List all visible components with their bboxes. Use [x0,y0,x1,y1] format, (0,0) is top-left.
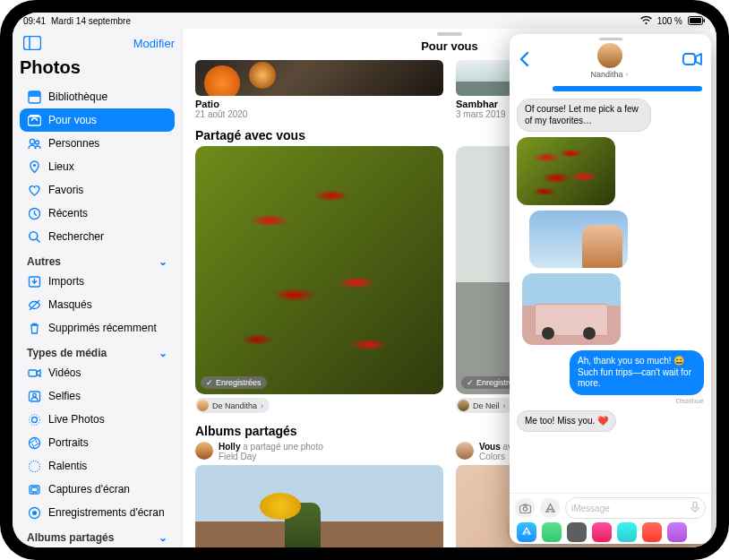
sidebar-toggle-button[interactable] [20,32,45,54]
sidebar-group-media-types[interactable]: Types de média ⌄ [20,343,175,361]
contact-header[interactable]: Nanditha › [590,43,628,79]
album-sharer: Holly [219,442,240,452]
video-icon [27,366,41,380]
message-input[interactable]: iMessage [565,497,706,519]
sidebar-item-for-you[interactable]: Pour vous [20,108,175,132]
sidebar-item-screenshots[interactable]: Captures d'écran [20,478,175,501]
sidebar-item-selfies[interactable]: Selfies [20,384,175,408]
sidebar-item-slomo[interactable]: Ralentis [20,454,175,478]
received-photo[interactable] [522,273,621,345]
sidebar-item-label: Supprimés récemment [48,322,157,334]
grab-indicator[interactable] [437,32,462,36]
message-thread[interactable]: Of course! Let me pick a few of my favor… [510,82,711,493]
svg-rect-2 [704,19,706,22]
sidebar-item-portraits[interactable]: Portraits [20,431,175,454]
live-photos-icon [27,412,41,426]
memory-thumbnail [195,60,443,96]
sidebar-group-others[interactable]: Autres ⌄ [20,252,175,270]
app-chip[interactable] [592,522,612,542]
svg-rect-3 [24,37,41,50]
search-icon [27,229,41,244]
sidebar-item-library[interactable]: Bibliothèque [20,85,175,108]
app-store-button[interactable] [540,498,560,518]
svg-point-13 [29,231,37,239]
shared-from-label: De Neil [473,401,500,410]
grab-indicator[interactable] [599,38,622,40]
svg-rect-31 [523,504,527,505]
camera-button[interactable] [515,498,535,518]
memory-title: Patio [195,99,443,109]
chevron-right-icon: › [261,401,263,410]
edit-button[interactable]: Modifier [133,37,175,50]
imessage-apps-row[interactable] [515,522,706,542]
aperture-icon [27,435,41,450]
shared-thumbnail: ✓ Enregistrées [195,146,443,394]
svg-line-14 [37,239,40,243]
sidebar-item-label: Live Photos [48,413,105,426]
group-label: Types de média [27,347,107,359]
svg-rect-25 [31,487,38,492]
contact-name: Nanditha [590,70,622,79]
avatar-icon [597,43,622,68]
delivery-status: Distribué [675,397,704,405]
sidebar-item-hidden[interactable]: Masqués [20,293,175,316]
sidebar-item-search[interactable]: Rechercher [20,225,175,248]
svg-rect-28 [683,54,695,65]
sidebar-item-recents[interactable]: Récents [20,202,175,225]
received-photo[interactable] [517,137,615,205]
sidebar-item-videos[interactable]: Vidéos [20,361,175,384]
sidebar-item-label: Selfies [48,390,81,402]
sidebar-item-imports[interactable]: Imports [20,270,175,293]
status-time: 09:41 [23,16,46,26]
shared-from-pill[interactable]: De Nanditha › [195,398,270,413]
svg-point-21 [29,414,39,425]
svg-point-27 [32,511,37,515]
chevron-right-icon: › [503,401,506,410]
avatar-icon [458,400,469,411]
camera-icon [519,504,531,513]
sidebar: Modifier Photos Bibliothèque Pour vous P… [13,29,183,547]
sidebar-item-label: Captures d'écran [48,483,130,495]
app-title: Photos [20,57,175,78]
app-chip[interactable] [617,522,637,542]
back-button[interactable] [519,51,536,72]
svg-rect-8 [30,115,39,116]
avatar-icon [456,442,474,460]
sidebar-item-screenrecords[interactable]: Enregistrements d'écran [20,501,175,524]
status-date: Mardi 14 septembre [51,16,131,26]
for-you-icon [27,113,41,127]
selfie-icon [27,389,41,403]
sidebar-item-recently-deleted[interactable]: Supprimés récemment [20,316,175,340]
sent-bubble: Ah, thank you so much! 😄 Such fun trips—… [570,350,704,395]
imports-icon [27,274,41,289]
heart-icon [27,183,41,197]
sidebar-item-live-photos[interactable]: Live Photos [20,408,175,431]
svg-point-19 [32,393,36,397]
chevron-right-icon: › [626,70,629,79]
received-bubble: Of course! Let me pick a few of my favor… [517,99,651,132]
svg-rect-1 [690,18,701,23]
app-chip[interactable] [542,522,562,542]
app-chip[interactable] [642,522,662,542]
avatar-icon [195,442,213,460]
shared-album-card[interactable]: Holly a partagé une photo Field Day [195,442,443,547]
message-input-bar: iMessage [510,493,711,544]
sidebar-item-favorites[interactable]: Favoris [20,178,175,202]
sidebar-item-places[interactable]: Lieux [20,155,175,178]
facetime-button[interactable] [682,53,702,69]
app-chip[interactable] [517,522,536,542]
sidebar-item-people[interactable]: Personnes [20,132,175,155]
memory-card[interactable]: Patio 21 août 2020 [195,60,443,119]
app-chip[interactable] [667,522,687,542]
chevron-left-icon [519,51,529,67]
received-photo[interactable] [529,211,628,268]
sidebar-item-label: Masqués [48,298,92,311]
sidebar-item-label: Vidéos [48,366,81,379]
album-name: Field Day [219,452,323,461]
shared-item[interactable]: ✓ Enregistrées De Nanditha › [195,146,443,415]
sidebar-group-shared-albums[interactable]: Albums partagés ⌄ [20,528,175,546]
dictation-button[interactable] [690,501,699,515]
shared-from-pill[interactable]: De Neil › [456,398,512,413]
svg-point-30 [523,506,527,510]
app-chip[interactable] [567,522,587,542]
